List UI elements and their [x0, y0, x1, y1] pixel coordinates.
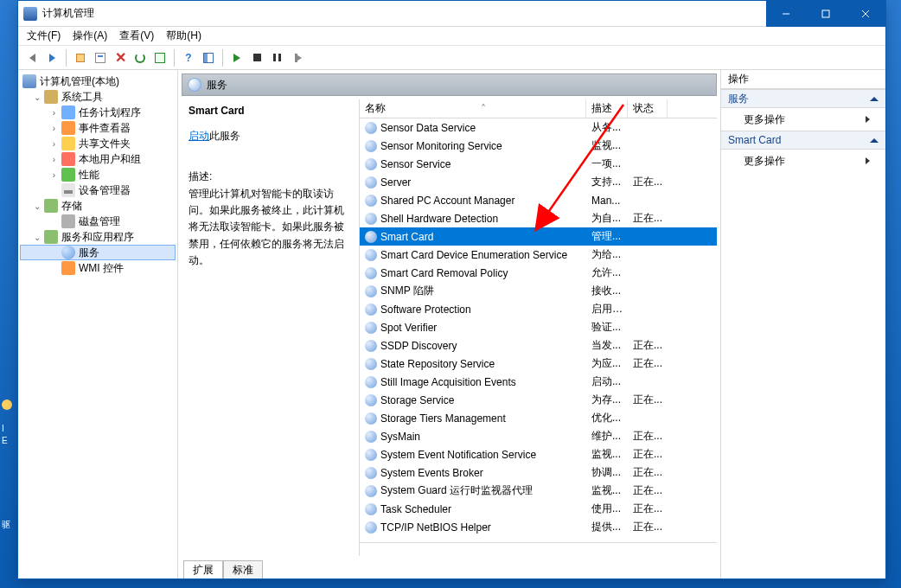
service-name: State Repository Service: [380, 358, 495, 370]
tree-storage[interactable]: ⌄ 存储: [20, 198, 176, 214]
service-name: Sensor Data Service: [380, 122, 476, 134]
up-button[interactable]: [72, 49, 89, 67]
menu-file[interactable]: 文件(F): [27, 29, 61, 43]
service-row[interactable]: SSDP Discovery当发...正在...: [360, 336, 717, 355]
service-row[interactable]: System Event Notification Service监视...正在…: [360, 445, 717, 463]
tree-disk-management[interactable]: 磁盘管理: [20, 214, 176, 229]
horizontal-scrollbar[interactable]: [360, 542, 717, 556]
service-row[interactable]: Smart Card Device Enumeration Service为给.…: [360, 246, 717, 264]
service-row[interactable]: Server支持...正在...: [360, 173, 717, 191]
service-row[interactable]: System Guard 运行时监视器代理监视...正在...: [360, 482, 717, 500]
tab-extended[interactable]: 扩展: [183, 560, 223, 578]
service-row[interactable]: Shell Hardware Detection为自...正在...: [360, 209, 717, 227]
service-row[interactable]: Sensor Data Service从各...: [360, 118, 717, 137]
maximize-button[interactable]: [806, 1, 846, 27]
navigation-tree[interactable]: 计算机管理(本地) ⌄ 系统工具 ›任务计划程序 ›事件查看器: [18, 70, 178, 578]
service-name: Server: [380, 176, 411, 189]
service-detail-title: Smart Card: [189, 105, 352, 117]
action-item-label: 更多操作: [744, 112, 785, 127]
col-name[interactable]: 名称˄: [360, 99, 586, 118]
properties-button[interactable]: [92, 49, 109, 67]
tree-local-users[interactable]: ›本地用户和组: [20, 151, 176, 167]
service-name: System Event Notification Service: [380, 449, 536, 461]
forward-button[interactable]: [43, 49, 61, 67]
service-row[interactable]: Still Image Acquisition Events启动...: [360, 373, 717, 391]
titlebar[interactable]: 计算机管理: [18, 1, 885, 27]
service-desc: 启用 ...: [586, 302, 628, 316]
service-row[interactable]: Smart Card管理...: [360, 227, 717, 246]
service-row[interactable]: SysMain维护...正在...: [360, 427, 717, 445]
tab-standard[interactable]: 标准: [223, 560, 263, 578]
close-button[interactable]: [846, 1, 885, 27]
service-name: System Events Broker: [380, 467, 483, 479]
action-group-services[interactable]: 服务: [721, 89, 885, 108]
expand-icon[interactable]: ›: [50, 108, 58, 118]
stop-service-button[interactable]: [248, 49, 265, 67]
action-more-services[interactable]: 更多操作: [721, 108, 885, 131]
tree-task-scheduler[interactable]: ›任务计划程序: [20, 105, 176, 120]
service-row[interactable]: Smart Card Removal Policy允许...: [360, 264, 717, 282]
restart-service-button[interactable]: [288, 49, 305, 67]
actions-title: 操作: [721, 70, 885, 89]
tree-system-tools[interactable]: ⌄ 系统工具: [20, 89, 176, 105]
service-row[interactable]: Storage Service为存...正在...: [360, 391, 717, 409]
service-desc: 为存...: [586, 393, 628, 407]
service-rows[interactable]: Sensor Data Service从各...Sensor Monitorin…: [360, 118, 717, 542]
view-button[interactable]: [200, 49, 217, 67]
menu-action[interactable]: 操作(A): [73, 29, 107, 43]
tree-wmi[interactable]: WMI 控件: [20, 260, 176, 276]
tree-services-and-apps[interactable]: ⌄ 服务和应用程序: [20, 229, 176, 245]
description-label: 描述:: [189, 169, 352, 184]
expand-icon[interactable]: ›: [50, 170, 58, 180]
back-button[interactable]: [23, 49, 41, 67]
menu-help[interactable]: 帮助(H): [166, 29, 201, 43]
collapse-icon[interactable]: ⌄: [33, 201, 41, 211]
action-more-smartcard[interactable]: 更多操作: [721, 150, 885, 172]
service-row[interactable]: System Events Broker协调...正在...: [360, 463, 717, 482]
gear-icon: [365, 122, 377, 134]
gear-icon: [365, 449, 377, 461]
refresh-button[interactable]: [131, 49, 149, 67]
col-status[interactable]: 状态: [628, 99, 668, 118]
tree-device-manager[interactable]: 设备管理器: [20, 182, 176, 198]
service-desc: 协调...: [586, 465, 628, 480]
pause-service-button[interactable]: [268, 49, 285, 67]
service-name: TCP/IP NetBIOS Helper: [380, 521, 491, 534]
service-row[interactable]: State Repository Service为应...正在...: [360, 355, 717, 373]
tree-event-viewer[interactable]: ›事件查看器: [20, 120, 176, 136]
service-row[interactable]: Spot Verifier验证...: [360, 318, 717, 336]
collapse-icon[interactable]: ⌄: [33, 93, 41, 102]
expand-icon[interactable]: ›: [50, 124, 58, 133]
start-service-link[interactable]: 启动: [189, 130, 209, 142]
service-row[interactable]: Sensor Monitoring Service监视...: [360, 137, 717, 155]
start-service-button[interactable]: [228, 49, 246, 67]
service-status: 正在...: [628, 447, 668, 462]
service-status: 正在...: [628, 393, 668, 407]
service-row[interactable]: Task Scheduler使用...正在...: [360, 500, 717, 518]
storage-icon: [44, 199, 58, 213]
tree-root[interactable]: 计算机管理(本地): [20, 74, 176, 89]
service-row[interactable]: TCP/IP NetBIOS Helper提供...正在...: [360, 518, 717, 536]
tree-shared-folders[interactable]: ›共享文件夹: [20, 136, 176, 151]
service-status: 正在...: [628, 211, 668, 226]
service-row[interactable]: Shared PC Account ManagerMan...: [360, 191, 717, 209]
tree-services[interactable]: 服务: [20, 245, 176, 260]
service-desc: 监视...: [586, 483, 628, 498]
action-group-smartcard[interactable]: Smart Card: [721, 131, 885, 150]
expand-icon[interactable]: ›: [50, 155, 58, 164]
column-headers[interactable]: 名称˄ 描述 状态: [360, 99, 717, 118]
col-desc[interactable]: 描述: [586, 99, 628, 118]
services-header-label: 服务: [207, 78, 227, 93]
service-row[interactable]: SNMP 陷阱接收...: [360, 282, 717, 300]
minimize-button[interactable]: [766, 1, 806, 27]
collapse-icon[interactable]: ⌄: [33, 233, 41, 242]
service-row[interactable]: Storage Tiers Management优化...: [360, 409, 717, 427]
expand-icon[interactable]: ›: [50, 139, 58, 149]
delete-button[interactable]: ✕: [112, 49, 129, 67]
menu-view[interactable]: 查看(V): [119, 29, 154, 43]
service-row[interactable]: Sensor Service一项...: [360, 155, 717, 173]
tree-performance[interactable]: ›性能: [20, 167, 176, 182]
service-row[interactable]: Software Protection启用 ...: [360, 300, 717, 318]
export-button[interactable]: [151, 49, 169, 67]
help-button[interactable]: ?: [180, 49, 197, 67]
